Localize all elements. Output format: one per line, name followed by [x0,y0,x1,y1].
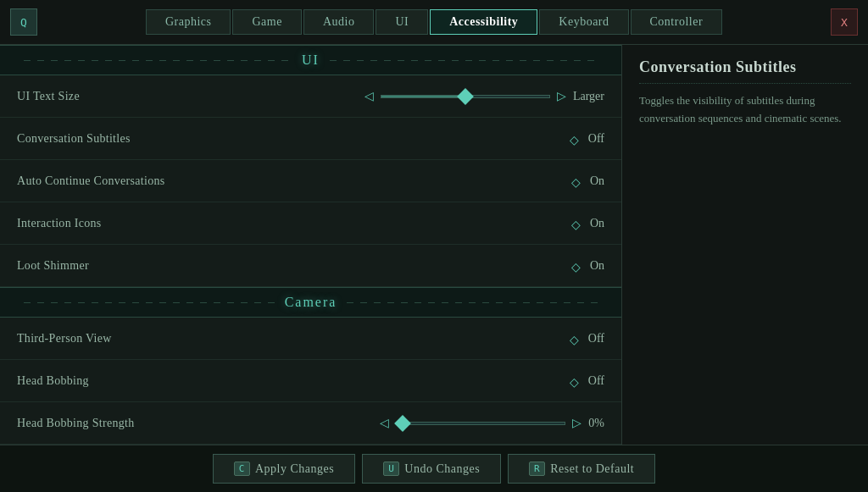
tab-ui[interactable]: UI [376,9,428,35]
third-person-view-value: Off [588,332,604,346]
content-area: UI UI Text Size ◁ ▷ Larger [0,45,868,445]
nav-tabs-container: Graphics Game Audio UI Accessibility Key… [39,9,829,35]
tab-graphics[interactable]: Graphics [146,9,231,35]
camera-section-title: Camera [285,295,337,310]
top-navigation: Q Graphics Game Audio UI Accessibility K… [0,0,868,45]
nav-corner-left-btn[interactable]: Q [10,8,37,36]
ui-section-header: UI [0,45,621,75]
loot-shimmer-control[interactable]: On [571,259,604,273]
undo-key-badge: U [383,462,399,476]
camera-section-header: Camera [0,287,621,318]
head-bobbing-strength-value: 0% [588,417,604,430]
conversation-subtitles-label: Conversation Subtitles [17,132,131,146]
slider-handle[interactable] [394,415,411,432]
tab-game[interactable]: Game [232,9,301,35]
slider-left-arrow[interactable]: ◁ [364,89,374,103]
head-bobbing-label: Head Bobbing [17,374,89,388]
app-window: Q Graphics Game Audio UI Accessibility K… [0,0,868,492]
slider-right-arrow[interactable]: ▷ [572,416,581,430]
slider-left-arrow[interactable]: ◁ [380,416,389,430]
loot-shimmer-label: Loot Shimmer [17,259,89,273]
auto-continue-control[interactable]: On [571,174,604,188]
exit-button[interactable]: X [831,8,858,36]
head-bobbing-value: Off [588,374,604,388]
slider-fill [381,96,465,97]
auto-continue-label: Auto Continue Conversations [17,174,165,188]
reset-key-badge: R [529,462,545,476]
undo-changes-button[interactable]: U Undo Changes [362,454,501,484]
ui-section-title: UI [302,53,320,68]
interaction-icons-control[interactable]: On [571,217,604,230]
loot-shimmer-value: On [590,259,604,273]
apply-key-badge: C [234,462,250,476]
undo-changes-label: Undo Changes [404,462,480,476]
ui-text-size-label: UI Text Size [17,90,80,103]
head-bobbing-strength-slider[interactable]: ◁ ▷ [380,416,581,430]
description-panel: Conversation Subtitles Toggles the visib… [622,45,868,445]
slider-handle[interactable] [457,88,474,105]
slider-track[interactable] [381,95,550,98]
toggle-icon [570,133,581,145]
slider-track[interactable] [396,422,565,425]
slider-right-arrow[interactable]: ▷ [557,89,566,103]
third-person-view-label: Third-Person View [17,332,112,346]
ui-text-size-value: Larger [573,90,604,103]
setting-auto-continue[interactable]: Auto Continue Conversations On [0,160,621,202]
interaction-icons-value: On [590,217,604,230]
reset-default-label: Reset to Default [550,462,634,476]
auto-continue-value: On [590,174,604,188]
setting-third-person-view[interactable]: Third-Person View Off [0,318,621,360]
tab-audio[interactable]: Audio [303,9,375,35]
reset-default-button[interactable]: R Reset to Default [508,454,655,484]
setting-ui-text-size[interactable]: UI Text Size ◁ ▷ Larger [0,75,621,118]
toggle-icon [570,333,581,345]
conversation-subtitles-control[interactable]: Off [570,132,604,146]
tab-keyboard[interactable]: Keyboard [539,9,628,35]
toggle-icon [571,218,583,229]
toggle-icon [571,260,583,272]
setting-loot-shimmer[interactable]: Loot Shimmer On [0,245,621,287]
ui-text-size-control[interactable]: ◁ ▷ Larger [364,89,604,103]
description-text: Toggles the visibility of subtitles duri… [639,92,851,128]
ui-text-size-slider[interactable]: ◁ ▷ [364,89,566,103]
conversation-subtitles-value: Off [588,132,604,146]
interaction-icons-label: Interaction Icons [17,217,102,230]
setting-head-bobbing-strength[interactable]: Head Bobbing Strength ◁ ▷ 0% [0,402,621,445]
apply-changes-button[interactable]: C Apply Changes [213,454,355,484]
toggle-icon [571,175,583,187]
tab-accessibility[interactable]: Accessibility [430,9,537,35]
setting-conversation-subtitles[interactable]: Conversation Subtitles Off [0,118,621,160]
head-bobbing-control[interactable]: Off [570,374,604,388]
settings-panel: UI UI Text Size ◁ ▷ Larger [0,45,622,445]
tab-controller[interactable]: Controller [631,9,723,35]
toggle-icon [570,375,581,387]
setting-head-bobbing[interactable]: Head Bobbing Off [0,360,621,402]
head-bobbing-strength-label: Head Bobbing Strength [17,417,135,430]
setting-interaction-icons[interactable]: Interaction Icons On [0,202,621,245]
head-bobbing-strength-control[interactable]: ◁ ▷ 0% [380,416,604,430]
description-title: Conversation Subtitles [639,58,851,84]
apply-changes-label: Apply Changes [255,462,334,476]
third-person-view-control[interactable]: Off [570,332,604,346]
bottom-action-bar: C Apply Changes U Undo Changes R Reset t… [0,445,868,492]
